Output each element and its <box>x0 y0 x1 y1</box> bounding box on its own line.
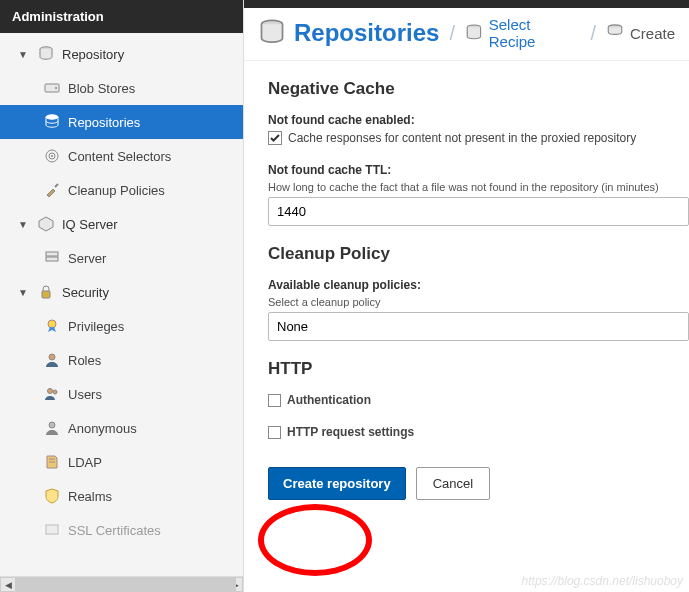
checkbox-http-request-settings[interactable]: HTTP request settings <box>268 425 689 439</box>
anonymous-icon <box>44 420 60 436</box>
help-cleanup: Select a cleanup policy <box>268 296 689 308</box>
database-icon <box>38 46 54 62</box>
database-icon <box>258 19 286 47</box>
database-icon <box>606 24 624 42</box>
nav-tree: ▼ Repository Blob Stores Repositories Co… <box>0 33 243 576</box>
nav-label: Server <box>68 251 106 266</box>
nav-label: Blob Stores <box>68 81 135 96</box>
nav-cleanup-policies[interactable]: Cleanup Policies <box>0 173 243 207</box>
book-icon <box>44 454 60 470</box>
target-icon <box>44 148 60 164</box>
cancel-button[interactable]: Cancel <box>416 467 490 500</box>
nav-label: LDAP <box>68 455 102 470</box>
database-icon <box>465 24 483 42</box>
nav-label: Cleanup Policies <box>68 183 165 198</box>
nav-iq-server[interactable]: ▼ IQ Server <box>0 207 243 241</box>
nav-label: Security <box>62 285 109 300</box>
caret-down-icon: ▼ <box>18 287 28 298</box>
shield-icon <box>44 488 60 504</box>
nav-ssl-cert[interactable]: SSL Certificates <box>0 513 243 547</box>
nav-privileges[interactable]: Privileges <box>0 309 243 343</box>
nav-label: SSL Certificates <box>68 523 161 538</box>
page-title: Repositories <box>258 19 439 47</box>
svg-rect-8 <box>46 252 58 256</box>
horizontal-scrollbar[interactable]: ◀ ▶ <box>0 576 243 592</box>
nav-realms[interactable]: Realms <box>0 479 243 513</box>
section-cleanup: Cleanup Policy <box>268 244 689 264</box>
checkbox-checked-icon <box>268 131 282 145</box>
svg-point-11 <box>48 320 56 328</box>
svg-rect-9 <box>46 257 58 261</box>
svg-point-2 <box>55 87 57 89</box>
nav-label: Repository <box>62 47 124 62</box>
label-notfound-ttl: Not found cache TTL: <box>268 163 689 177</box>
label-notfound-enabled: Not found cache enabled: <box>268 113 689 127</box>
user-role-icon <box>44 352 60 368</box>
scroll-thumb[interactable] <box>16 577 236 592</box>
database-icon <box>44 114 60 130</box>
breadcrumb-sep: / <box>590 22 596 45</box>
svg-point-14 <box>53 390 57 394</box>
svg-point-3 <box>46 115 58 119</box>
input-notfound-ttl[interactable] <box>268 197 689 226</box>
users-icon <box>44 386 60 402</box>
lock-icon <box>38 284 54 300</box>
nav-repositories[interactable]: Repositories <box>0 105 243 139</box>
svg-rect-10 <box>42 291 50 298</box>
breadcrumb-create: Create <box>606 24 675 42</box>
checkbox-unchecked-icon <box>268 426 281 439</box>
form-content: Negative Cache Not found cache enabled: … <box>244 61 689 592</box>
section-http: HTTP <box>268 359 689 379</box>
nav-label: IQ Server <box>62 217 118 232</box>
nav-label: Content Selectors <box>68 149 171 164</box>
section-negative-cache: Negative Cache <box>268 79 689 99</box>
nav-blob-stores[interactable]: Blob Stores <box>0 71 243 105</box>
iq-icon <box>38 216 54 232</box>
svg-rect-18 <box>46 525 58 534</box>
nav-server[interactable]: Server <box>0 241 243 275</box>
svg-line-7 <box>55 184 58 187</box>
nav-repository[interactable]: ▼ Repository <box>0 37 243 71</box>
sidebar: Administration ▼ Repository Blob Stores … <box>0 0 244 592</box>
help-notfound-ttl: How long to cache the fact that a file w… <box>268 181 689 193</box>
nav-users[interactable]: Users <box>0 377 243 411</box>
nav-label: Realms <box>68 489 112 504</box>
checkbox-unchecked-icon <box>268 394 281 407</box>
medal-icon <box>44 318 60 334</box>
hdd-icon <box>44 80 60 96</box>
checkbox-label: HTTP request settings <box>287 425 414 439</box>
main: Repositories / Select Recipe / Create Ne… <box>244 0 689 592</box>
checkbox-label: Authentication <box>287 393 371 407</box>
checkbox-notfound-enabled[interactable]: Cache responses for content not present … <box>268 131 689 145</box>
breadcrumb-select-recipe[interactable]: Select Recipe <box>465 16 580 50</box>
nav-ldap[interactable]: LDAP <box>0 445 243 479</box>
checkbox-text: Cache responses for content not present … <box>288 131 636 145</box>
svg-point-6 <box>51 155 53 157</box>
breadcrumb-sep: / <box>449 22 455 45</box>
nav-roles[interactable]: Roles <box>0 343 243 377</box>
nav-anonymous[interactable]: Anonymous <box>0 411 243 445</box>
select-cleanup-policy[interactable] <box>268 312 689 341</box>
nav-content-selectors[interactable]: Content Selectors <box>0 139 243 173</box>
server-icon <box>44 250 60 266</box>
nav-security[interactable]: ▼ Security <box>0 275 243 309</box>
create-repository-button[interactable]: Create repository <box>268 467 406 500</box>
nav-label: Privileges <box>68 319 124 334</box>
nav-label: Repositories <box>68 115 140 130</box>
svg-point-12 <box>49 354 55 360</box>
scroll-left-icon[interactable]: ◀ <box>0 577 16 592</box>
certificate-icon <box>44 522 60 538</box>
label-cleanup: Available cleanup policies: <box>268 278 689 292</box>
nav-label: Anonymous <box>68 421 137 436</box>
nav-label: Roles <box>68 353 101 368</box>
caret-down-icon: ▼ <box>18 219 28 230</box>
sidebar-header: Administration <box>0 0 243 33</box>
nav-label: Users <box>68 387 102 402</box>
breadcrumb: Repositories / Select Recipe / Create <box>244 8 689 61</box>
caret-down-icon: ▼ <box>18 49 28 60</box>
svg-point-15 <box>49 422 55 428</box>
topbar <box>244 0 689 8</box>
svg-point-13 <box>48 389 53 394</box>
broom-icon <box>44 182 60 198</box>
checkbox-authentication[interactable]: Authentication <box>268 393 689 407</box>
